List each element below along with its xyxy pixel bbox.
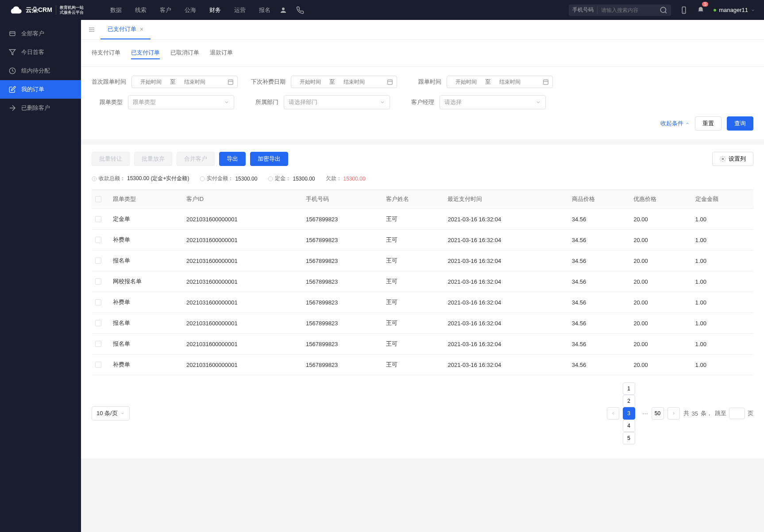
export-button[interactable]: 导出 — [219, 152, 246, 166]
phone-icon[interactable] — [296, 6, 304, 14]
row-checkbox[interactable] — [95, 278, 101, 285]
select-all-checkbox[interactable] — [95, 196, 101, 202]
cell-type: 定金单 — [109, 209, 183, 230]
prev-page-button[interactable] — [607, 407, 619, 420]
sidebar-item-4[interactable]: 已删除客户 — [0, 99, 81, 117]
nav-item-2[interactable]: 客户 — [160, 6, 171, 14]
encrypt-export-button[interactable]: 加密导出 — [250, 152, 288, 166]
batch-transfer-button[interactable]: 批量转让 — [92, 152, 130, 166]
table-row[interactable]: 补费单 2021031600000001 1567899823 王可 2021-… — [92, 355, 753, 375]
sub-tab-3[interactable]: 退款订单 — [210, 47, 233, 59]
user-icon[interactable] — [279, 6, 287, 14]
tab-label: 已支付订单 — [108, 25, 136, 33]
next-pay-date-range[interactable]: 至 — [291, 76, 397, 88]
nav-item-0[interactable]: 数据 — [110, 6, 122, 14]
row-checkbox[interactable] — [95, 320, 101, 326]
department-select[interactable]: 请选择部门 — [284, 95, 390, 109]
card-icon — [9, 30, 16, 37]
table-row[interactable]: 报名单 2021031600000001 1567899823 王可 2021-… — [92, 251, 753, 271]
row-checkbox[interactable] — [95, 216, 101, 222]
sub-tab-0[interactable]: 待支付订单 — [92, 47, 120, 59]
table-row[interactable]: 网校报名单 2021031600000001 1567899823 王可 202… — [92, 271, 753, 292]
info-icon — [268, 176, 273, 181]
user-menu[interactable]: manager11 — [714, 7, 755, 13]
sub-tab-2[interactable]: 已取消订单 — [170, 47, 199, 59]
column-header-6: 优惠价格 — [630, 190, 691, 209]
summary-bar: 收款总额： 15300.00 (定金+实付金额) 实付金额： 15300.00 … — [92, 171, 753, 186]
nav-item-3[interactable]: 公海 — [185, 6, 196, 14]
end-date-input[interactable] — [494, 79, 525, 85]
chevron-down-icon — [380, 100, 385, 105]
start-date-input[interactable] — [295, 79, 326, 85]
table-row[interactable]: 报名单 2021031600000001 1567899823 王可 2021-… — [92, 334, 753, 355]
follow-type-label: 跟单类型 — [92, 98, 123, 106]
notification-bell[interactable]: 5 — [697, 5, 705, 15]
sidebar-item-label: 全部客户 — [21, 30, 44, 38]
batch-abandon-button[interactable]: 批量放弃 — [134, 152, 172, 166]
deposit-value: 15300.00 — [293, 176, 315, 182]
account-manager-select[interactable]: 请选择 — [440, 95, 546, 109]
page-jump-input[interactable] — [729, 408, 745, 419]
next-page-button[interactable] — [668, 407, 680, 420]
menu-toggle-icon[interactable] — [88, 26, 95, 33]
page-button-last[interactable]: 50 — [652, 407, 664, 420]
table-row[interactable]: 补费单 2021031600000001 1567899823 王可 2021-… — [92, 292, 753, 313]
start-date-input[interactable] — [135, 79, 166, 85]
reset-button[interactable]: 重置 — [695, 116, 722, 131]
page-button-3[interactable]: 3 — [623, 407, 635, 420]
page-tab-paid-orders[interactable]: 已支付订单 × — [100, 20, 150, 39]
sidebar-item-2[interactable]: 组内待分配 — [0, 62, 81, 80]
header-search[interactable]: 手机号码 — [569, 4, 671, 16]
sub-tab-1[interactable]: 已支付订单 — [131, 47, 160, 59]
nav-item-1[interactable]: 线索 — [135, 6, 147, 14]
row-checkbox[interactable] — [95, 362, 101, 368]
merge-customer-button[interactable]: 合并客户 — [177, 152, 215, 166]
chevron-down-icon — [751, 8, 755, 12]
sidebar-item-1[interactable]: 今日首客 — [0, 43, 81, 62]
nav-item-5[interactable]: 运营 — [234, 6, 246, 14]
svg-rect-14 — [388, 80, 393, 85]
nav-item-6[interactable]: 报名 — [259, 6, 270, 14]
follow-type-select[interactable]: 跟单类型 — [128, 95, 234, 109]
page-button-5[interactable]: 5 — [623, 432, 635, 444]
query-button[interactable]: 查询 — [727, 116, 753, 131]
table-row[interactable]: 补费单 2021031600000001 1567899823 王可 2021-… — [92, 230, 753, 251]
end-date-input[interactable] — [339, 79, 370, 85]
logo[interactable]: 云朵CRM 教育机构一站 式服务云平台 — [9, 4, 84, 17]
settings-column-button[interactable]: 设置列 — [712, 152, 753, 166]
row-checkbox[interactable] — [95, 341, 101, 347]
table-row[interactable]: 报名单 2021031600000001 1567899823 王可 2021-… — [92, 313, 753, 334]
table-row[interactable]: 定金单 2021031600000001 1567899823 王可 2021-… — [92, 209, 753, 230]
end-date-input[interactable] — [179, 79, 210, 85]
cell-type: 网校报名单 — [109, 271, 183, 292]
close-icon[interactable]: × — [140, 26, 143, 33]
search-input[interactable] — [598, 6, 660, 14]
sidebar-item-3[interactable]: 我的订单 — [0, 80, 81, 99]
page-button-2[interactable]: 2 — [623, 395, 635, 407]
cell-deposit: 1.00 — [692, 334, 753, 355]
page-button-4[interactable]: 4 — [623, 420, 635, 432]
cell-time: 2021-03-16 16:32:04 — [444, 334, 568, 355]
cell-deposit: 1.00 — [692, 355, 753, 375]
follow-time-range[interactable]: 至 — [447, 76, 553, 88]
collapse-filters-link[interactable]: 收起条件 — [660, 120, 690, 127]
nav-item-4[interactable]: 财务 — [209, 6, 221, 14]
row-checkbox[interactable] — [95, 299, 101, 305]
app-header: 云朵CRM 教育机构一站 式服务云平台 数据线索客户公海财务运营报名 手机号码 … — [0, 0, 764, 20]
department-label: 所属部门 — [247, 98, 278, 106]
row-checkbox[interactable] — [95, 258, 101, 264]
first-follow-time-range[interactable]: 至 — [131, 76, 238, 88]
mobile-icon[interactable] — [680, 6, 688, 14]
search-type-label[interactable]: 手机号码 — [572, 6, 598, 14]
page-tabs-bar: 已支付订单 × — [81, 20, 764, 40]
sidebar-item-0[interactable]: 全部客户 — [0, 24, 81, 43]
column-header-0: 跟单类型 — [109, 190, 183, 209]
page-button-1[interactable]: 1 — [623, 382, 635, 395]
cell-price: 34.56 — [568, 251, 630, 271]
cell-id: 2021031600000001 — [183, 355, 302, 375]
calendar-icon — [228, 79, 234, 85]
search-icon[interactable] — [660, 6, 668, 14]
start-date-input[interactable] — [451, 79, 482, 85]
page-size-select[interactable]: 10 条/页 — [92, 406, 130, 420]
row-checkbox[interactable] — [95, 237, 101, 243]
